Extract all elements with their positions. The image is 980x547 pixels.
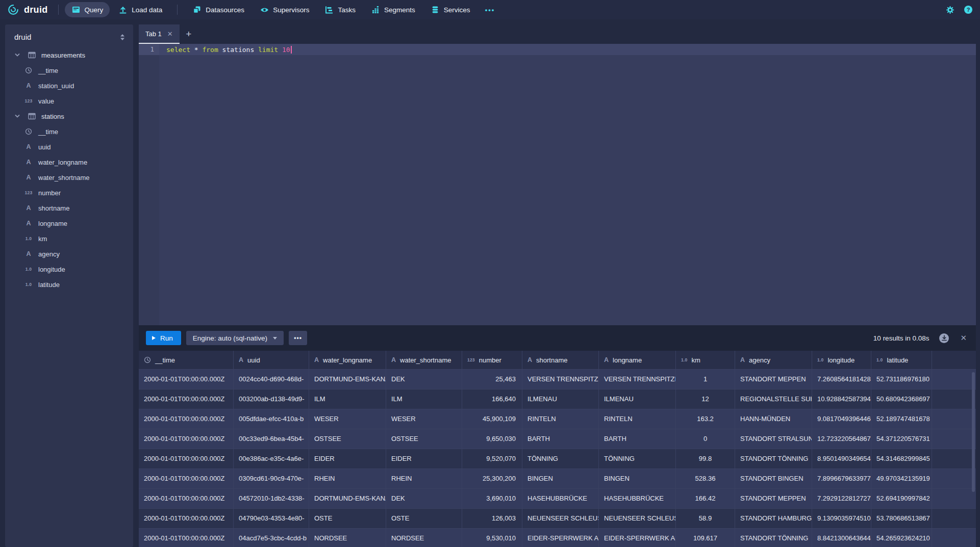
run-button[interactable]: Run xyxy=(146,331,181,345)
cell-km[interactable]: 166.42 xyxy=(676,489,735,509)
cell-water-shortname[interactable]: OSTE xyxy=(386,509,462,529)
nav-item-supervisors[interactable]: Supervisors xyxy=(253,2,316,18)
column-header-uuid[interactable]: Auuid xyxy=(234,351,309,370)
cell-longname[interactable]: NEUENSEER SCHLEUSE xyxy=(599,509,676,529)
cell--time[interactable]: 2000-01-01T00:00:00.000Z xyxy=(139,469,234,489)
cell-agency[interactable]: STANDORT MEPPEN xyxy=(735,370,812,389)
cell-latitude[interactable]: 54.265923624210 xyxy=(871,529,932,547)
cell-number[interactable]: 25,300,200 xyxy=(462,469,522,489)
new-tab-button[interactable]: + xyxy=(180,24,198,44)
cell-longitude[interactable]: 7.26085641814285 xyxy=(812,370,871,389)
results-scrollbar[interactable] xyxy=(972,372,975,492)
cell-km[interactable]: 528.36 xyxy=(676,469,735,489)
cell-number[interactable]: 166,640 xyxy=(462,389,522,409)
cell--time[interactable]: 2000-01-01T00:00:00.000Z xyxy=(139,389,234,409)
cell-longitude[interactable]: 8.8421300643644 xyxy=(812,529,871,547)
tree-column-number[interactable]: 123number xyxy=(5,185,133,200)
cell-water-shortname[interactable]: DEK xyxy=(386,370,462,389)
cell-water-shortname[interactable]: NORDSEE xyxy=(386,529,462,547)
cell-km[interactable]: 0 xyxy=(676,429,735,449)
cell-number[interactable]: 9,650,030 xyxy=(462,429,522,449)
cell-uuid[interactable]: 04572010-1db2-4338- xyxy=(234,489,309,509)
cell-water-shortname[interactable]: ILM xyxy=(386,389,462,409)
cell-uuid[interactable]: 00e386ac-e35c-4a6e- xyxy=(234,449,309,469)
nav-item-more[interactable]: ••• xyxy=(479,3,501,17)
cell-shortname[interactable]: HASEHUBBRÜCKE xyxy=(522,489,599,509)
cell-latitude[interactable]: 52.189747481678 xyxy=(871,409,932,429)
cell-number[interactable]: 9,520,070 xyxy=(462,449,522,469)
cell-longname[interactable]: EIDER-SPERRWERK AP xyxy=(599,529,676,547)
cell-agency[interactable]: STANDORT MEPPEN xyxy=(735,489,812,509)
cell-longname[interactable]: BARTH xyxy=(599,429,676,449)
column-header-longitude[interactable]: 1.0longitude xyxy=(812,351,871,370)
column-header--time[interactable]: __time xyxy=(139,351,234,370)
cell-shortname[interactable]: NEUENSEER SCHLEUSE xyxy=(522,509,599,529)
schema-selector[interactable]: druid xyxy=(5,32,133,47)
tree-column-shortname[interactable]: Ashortname xyxy=(5,200,133,216)
tree-column-value[interactable]: 123value xyxy=(5,93,133,109)
cell--time[interactable]: 2000-01-01T00:00:00.000Z xyxy=(139,489,234,509)
cell-uuid[interactable]: 0309cd61-90c9-470e- xyxy=(234,469,309,489)
tree-column-water-longname[interactable]: Awater_longname xyxy=(5,154,133,170)
cell-number[interactable]: 9,530,010 xyxy=(462,529,522,547)
cell-water-shortname[interactable]: OSTSEE xyxy=(386,429,462,449)
cell-number[interactable]: 45,900,109 xyxy=(462,409,522,429)
column-header-water-longname[interactable]: Awater_longname xyxy=(309,351,386,370)
cell-km[interactable]: 58.9 xyxy=(676,509,735,529)
cell-shortname[interactable]: TÖNNING xyxy=(522,449,599,469)
cell-longitude[interactable]: 8.9501490349654 xyxy=(812,449,871,469)
cell--time[interactable]: 2000-01-01T00:00:00.000Z xyxy=(139,449,234,469)
nav-item-tasks[interactable]: Tasks xyxy=(318,2,362,17)
cell-water-shortname[interactable]: RHEIN xyxy=(386,469,462,489)
tree-table-measurements[interactable]: measurements xyxy=(5,47,133,63)
cell--time[interactable]: 2000-01-01T00:00:00.000Z xyxy=(139,370,234,389)
cell-shortname[interactable]: ILMENAU xyxy=(522,389,599,409)
settings-gear-icon[interactable] xyxy=(946,6,954,14)
tab-close-icon[interactable]: ✕ xyxy=(167,30,173,38)
download-results-button[interactable] xyxy=(939,333,949,343)
tab-tab-1[interactable]: Tab 1✕ xyxy=(139,24,180,44)
cell-latitude[interactable]: 54.314682999845 xyxy=(871,449,932,469)
sql-editor[interactable]: 1 select * from stations limit 10 xyxy=(139,44,976,325)
tree-column-uuid[interactable]: Auuid xyxy=(5,139,133,154)
cell-water-longname[interactable]: ILM xyxy=(309,389,386,409)
column-header-latitude[interactable]: 1.0latitude xyxy=(871,351,932,370)
cell-agency[interactable]: REGIONALSTELLE SUHL xyxy=(735,389,812,409)
cell-longname[interactable]: HASEHUBBRÜCKE xyxy=(599,489,676,509)
cell-agency[interactable]: STANDORT HAMBURG xyxy=(735,509,812,529)
cell-water-longname[interactable]: DORTMUND-EMS-KANAL xyxy=(309,370,386,389)
cell-shortname[interactable]: VERSEN TRENNSPITZE xyxy=(522,370,599,389)
cell-agency[interactable]: STANDORT STRALSUND xyxy=(735,429,812,449)
column-header-agency[interactable]: Aagency xyxy=(735,351,812,370)
cell-latitude[interactable]: 52.694190997842 xyxy=(871,489,932,509)
cell-shortname[interactable]: BARTH xyxy=(522,429,599,449)
cell-shortname[interactable]: RINTELN xyxy=(522,409,599,429)
tree-column--time[interactable]: __time xyxy=(5,124,133,139)
cell-uuid[interactable]: 04790e03-4353-4e80- xyxy=(234,509,309,529)
cell-uuid[interactable]: 003200ab-d138-49d9- xyxy=(234,389,309,409)
cell-latitude[interactable]: 49.970342135919 xyxy=(871,469,932,489)
cell-agency[interactable]: STANDORT TÖNNING xyxy=(735,529,812,547)
cell-agency[interactable]: STANDORT TÖNNING xyxy=(735,449,812,469)
cell--time[interactable]: 2000-01-01T00:00:00.000Z xyxy=(139,409,234,429)
nav-item-load-data[interactable]: Load data xyxy=(112,2,169,17)
nav-item-query[interactable]: Query xyxy=(65,2,110,17)
tree-table-stations[interactable]: stations xyxy=(5,109,133,124)
cell-water-longname[interactable]: OSTE xyxy=(309,509,386,529)
cell-latitude[interactable]: 54.371220576731 xyxy=(871,429,932,449)
nav-item-services[interactable]: Services xyxy=(424,2,477,17)
cell-longname[interactable]: TÖNNING xyxy=(599,449,676,469)
cell-water-longname[interactable]: RHEIN xyxy=(309,469,386,489)
cell-shortname[interactable]: EIDER-SPERRWERK AP xyxy=(522,529,599,547)
cell-uuid[interactable]: 0024cc40-d690-468d- xyxy=(234,370,309,389)
druid-brand[interactable]: druid xyxy=(7,4,48,16)
cell-number[interactable]: 25,463 xyxy=(462,370,522,389)
cell-longitude[interactable]: 9.1309035974510 xyxy=(812,509,871,529)
cell-longitude[interactable]: 10.928842587394 xyxy=(812,389,871,409)
cell-water-shortname[interactable]: DEK xyxy=(386,489,462,509)
cell-agency[interactable]: HANN-MÜNDEN xyxy=(735,409,812,429)
cell-water-shortname[interactable]: WESER xyxy=(386,409,462,429)
column-header-km[interactable]: 1.0km xyxy=(676,351,735,370)
cell-number[interactable]: 3,690,010 xyxy=(462,489,522,509)
tree-column--time[interactable]: __time xyxy=(5,63,133,78)
